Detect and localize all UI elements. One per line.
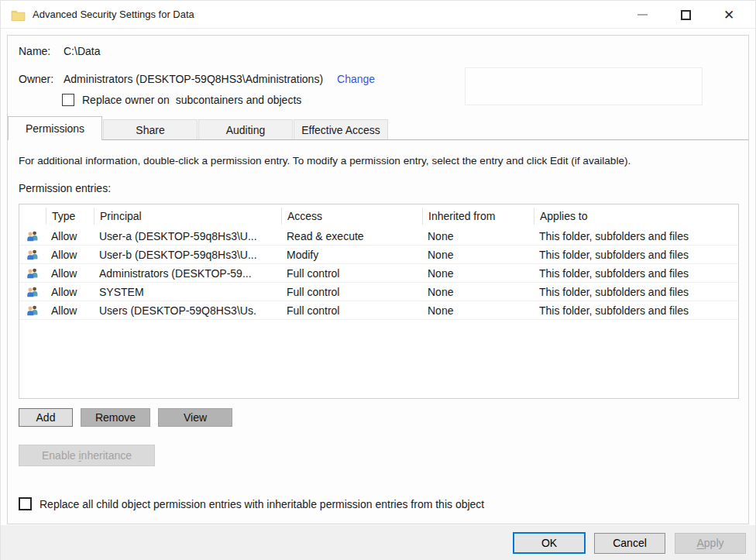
tab-effective-access[interactable]: Effective Access	[294, 119, 388, 140]
cell-principal: SYSTEM	[94, 286, 281, 298]
cell-access: Full control	[281, 286, 422, 298]
table-row[interactable]: Allow Administrators (DESKTOP-59... Full…	[19, 264, 738, 283]
name-value: C:\Data	[64, 45, 100, 57]
close-button[interactable]: ✕	[707, 1, 751, 29]
row-icon-cell	[19, 230, 46, 242]
owner-label: Owner:	[19, 73, 64, 85]
replace-owner-label: Replace owner on subcontainers and objec…	[82, 94, 301, 106]
cell-access: Modify	[281, 249, 422, 261]
column-header-inherited-from[interactable]: Inherited from	[422, 208, 534, 225]
cell-principal: Users (DESKTOP-59Q8HS3\Us.	[94, 304, 281, 317]
close-icon: ✕	[723, 9, 734, 22]
titlebar: Advanced Security Settings for Data ✕	[1, 1, 755, 29]
change-owner-link[interactable]: Change	[337, 73, 375, 85]
table-row[interactable]: Allow User-b (DESKTOP-59q8Hs3\U... Modif…	[19, 246, 738, 264]
name-label: Name:	[19, 45, 64, 57]
group-icon	[26, 267, 40, 279]
row-icon-cell	[19, 249, 46, 260]
label-part: nheritance	[81, 449, 132, 462]
group-icon	[26, 249, 40, 260]
replace-owner-row: Replace owner on subcontainers and objec…	[62, 94, 301, 106]
owner-value: Administrators (DESKTOP-59Q8HS3\Administ…	[64, 73, 323, 85]
label-part: Enable	[42, 449, 78, 462]
owner-ghost-box	[465, 67, 703, 105]
group-icon	[26, 286, 40, 297]
cell-inherited-from: None	[422, 267, 534, 280]
column-header-access[interactable]: Access	[281, 208, 422, 225]
enable-inheritance-button[interactable]: Enable inheritance	[19, 445, 155, 466]
minimize-icon	[637, 14, 648, 15]
cell-principal: User-b (DESKTOP-59q8Hs3\U...	[94, 249, 281, 261]
cell-type: Allow	[46, 286, 94, 298]
row-icon-cell	[19, 267, 46, 279]
instruction-text: For additional information, double-click…	[19, 155, 741, 167]
permission-entries-table: Type Principal Access Inherited from App…	[19, 204, 739, 399]
group-icon	[26, 304, 40, 316]
apply-button[interactable]: Apply	[675, 533, 746, 554]
cancel-button[interactable]: Cancel	[594, 533, 665, 554]
view-button[interactable]: View	[158, 408, 232, 427]
group-icon	[26, 230, 40, 242]
cell-type: Allow	[46, 249, 94, 261]
column-header-icon	[19, 208, 46, 225]
tab-bar: Permissions Share Auditing Effective Acc…	[8, 116, 748, 140]
cell-type: Allow	[46, 267, 94, 280]
maximize-icon	[681, 10, 691, 20]
tab-auditing[interactable]: Auditing	[198, 119, 293, 140]
cell-inherited-from: None	[422, 304, 534, 317]
cell-access: Read & execute	[281, 230, 422, 242]
window-controls: ✕	[620, 1, 751, 29]
cell-applies-to: This folder, subfolders and files	[534, 304, 738, 317]
owner-row: Owner: Administrators (DESKTOP-59Q8HS3\A…	[19, 73, 375, 85]
cell-inherited-from: None	[422, 249, 534, 261]
row-icon-cell	[19, 286, 46, 297]
cell-principal: User-a (DESKTOP-59q8Hs3\U...	[94, 230, 281, 242]
replace-child-checkbox[interactable]	[19, 497, 32, 510]
replace-child-row: Replace all child object permission entr…	[19, 497, 484, 510]
cell-type: Allow	[46, 304, 94, 317]
folder-icon	[11, 9, 26, 21]
cell-inherited-from: None	[422, 230, 534, 242]
table-row[interactable]: Allow Users (DESKTOP-59Q8HS3\Us. Full co…	[19, 301, 738, 320]
cell-applies-to: This folder, subfolders and files	[534, 267, 738, 280]
footer-bar: OK Cancel Apply	[1, 525, 755, 560]
cell-inherited-from: None	[422, 286, 534, 298]
tab-permissions[interactable]: Permissions	[8, 116, 102, 140]
column-header-principal[interactable]: Principal	[94, 208, 281, 225]
name-row: Name: C:\Data	[19, 45, 100, 57]
cell-type: Allow	[46, 230, 94, 242]
label-part: A	[696, 537, 703, 549]
table-row[interactable]: Allow User-a (DESKTOP-59q8Hs3\U... Read …	[19, 227, 738, 246]
cell-principal: Administrators (DESKTOP-59...	[94, 267, 281, 280]
dialog-body-panel: Name: C:\Data Owner: Administrators (DES…	[7, 35, 749, 524]
table-row[interactable]: Allow SYSTEM Full control None This fold…	[19, 283, 738, 301]
label-part: pply	[704, 537, 724, 549]
cell-applies-to: This folder, subfolders and files	[534, 286, 738, 298]
remove-button[interactable]: Remove	[81, 408, 150, 427]
column-header-applies-to[interactable]: Applies to	[534, 208, 738, 225]
replace-child-label: Replace all child object permission entr…	[40, 498, 484, 510]
cell-applies-to: This folder, subfolders and files	[534, 249, 738, 261]
column-header-type[interactable]: Type	[46, 208, 94, 225]
minimize-button[interactable]	[620, 1, 664, 29]
ok-button[interactable]: OK	[513, 532, 586, 554]
entry-actions-row: Add Remove View	[19, 408, 240, 427]
cell-applies-to: This folder, subfolders and files	[534, 230, 738, 242]
row-icon-cell	[19, 304, 46, 316]
cell-access: Full control	[281, 304, 422, 317]
tab-baseline-divider	[8, 139, 748, 140]
replace-owner-checkbox[interactable]	[62, 94, 74, 106]
advanced-security-settings-window: Advanced Security Settings for Data ✕ Na…	[0, 0, 756, 560]
tab-share[interactable]: Share	[103, 119, 198, 140]
maximize-button[interactable]	[664, 1, 707, 29]
add-button[interactable]: Add	[19, 408, 73, 427]
cell-access: Full control	[281, 267, 422, 280]
table-header: Type Principal Access Inherited from App…	[19, 204, 738, 227]
permission-entries-label: Permission entries:	[19, 182, 111, 194]
window-title: Advanced Security Settings for Data	[33, 9, 194, 20]
